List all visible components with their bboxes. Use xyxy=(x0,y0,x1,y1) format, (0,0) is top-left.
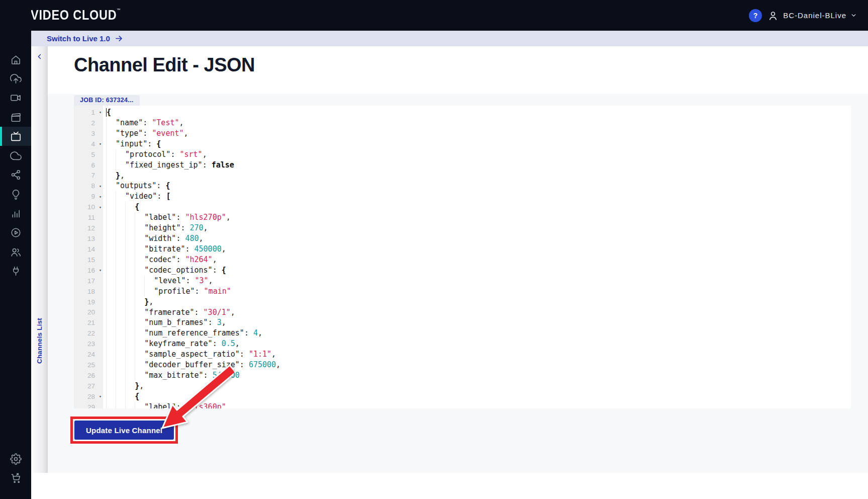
line-number: 15 xyxy=(87,256,95,264)
line-number: 29 xyxy=(87,403,95,408)
sidebar-item-players[interactable] xyxy=(0,223,31,242)
top-bar: VIDEO CLOUD™ ? BC-Daniel-BLive xyxy=(0,0,868,31)
annotation-arrow xyxy=(158,365,234,430)
code-line: 3"type": "event", xyxy=(74,128,851,139)
users-icon xyxy=(10,246,22,258)
code-line: 13"width": 480, xyxy=(74,233,851,244)
sidebar-item-settings[interactable] xyxy=(0,449,31,468)
cloud-icon xyxy=(10,150,22,161)
code-line: 9▾"video": [ xyxy=(74,191,851,202)
code-line: 16▾"codec_options": { xyxy=(74,265,851,276)
code-line: 6"fixed_ingest_ip": false xyxy=(74,160,851,171)
line-number: 9 xyxy=(91,193,95,200)
line-number: 22 xyxy=(87,329,95,337)
fold-arrow-icon[interactable]: ▾ xyxy=(99,205,102,210)
fold-arrow-icon[interactable]: ▾ xyxy=(99,268,102,273)
fold-arrow-icon[interactable]: ▾ xyxy=(99,184,102,189)
line-number: 8 xyxy=(91,182,95,190)
clapperboard-icon xyxy=(10,112,22,123)
sidebar-item-social[interactable] xyxy=(0,165,31,185)
sidebar-item-integrations[interactable] xyxy=(0,262,31,281)
code-line: 5"protocol": "srt", xyxy=(74,149,851,160)
switch-banner: Switch to Live 1.0 xyxy=(31,31,868,46)
fold-arrow-icon[interactable]: ▾ xyxy=(99,194,102,199)
chevron-down-icon xyxy=(850,12,857,19)
switch-to-live-link[interactable]: Switch to Live 1.0 xyxy=(47,31,123,46)
line-number: 17 xyxy=(87,277,95,285)
channels-list-label: Channels List xyxy=(36,317,43,363)
editor-section: JOB ID: 637324... 1▾{2"name": "Test",3"t… xyxy=(48,94,868,473)
code-line: 15"codec": "h264", xyxy=(74,255,851,265)
code-line: 1▾{ xyxy=(74,107,851,118)
code-line: 11"label": "hls270p", xyxy=(74,212,851,223)
collapse-panel-button[interactable] xyxy=(31,53,48,60)
sidebar-item-audience[interactable] xyxy=(0,242,31,262)
line-number: 3 xyxy=(91,130,95,137)
help-button[interactable]: ? xyxy=(749,9,762,22)
code-line: 21"num_b_frames": 3, xyxy=(74,317,851,328)
app-root: VIDEO CLOUD™ ? BC-Daniel-BLive Switch to… xyxy=(0,0,868,499)
main-content: Channel Edit - JSON JOB ID: 637324... 1▾… xyxy=(48,46,868,499)
sidebar-item-upload[interactable] xyxy=(0,69,31,88)
code-line: 18"profile": "main" xyxy=(74,286,851,297)
code-line: 12"height": 270, xyxy=(74,223,851,233)
sidebar-item-live[interactable] xyxy=(0,127,31,146)
line-number: 12 xyxy=(87,224,95,232)
line-number: 19 xyxy=(87,298,95,306)
arrow-right-icon xyxy=(115,34,123,43)
home-icon xyxy=(10,54,22,65)
code-line: 23"keyframe_rate": 0.5, xyxy=(74,339,851,349)
json-editor[interactable]: 1▾{2"name": "Test",3"type": "event",4▾"i… xyxy=(74,106,851,408)
line-number: 18 xyxy=(87,288,95,295)
fold-arrow-icon[interactable]: ▾ xyxy=(99,110,102,115)
upload-cloud-icon xyxy=(10,73,22,85)
account-menu[interactable]: BC-Daniel-BLive xyxy=(767,10,857,22)
fold-arrow-icon[interactable]: ▾ xyxy=(99,394,102,399)
line-number: 7 xyxy=(91,172,95,179)
line-number: 6 xyxy=(91,161,95,169)
plug-icon xyxy=(10,266,22,277)
fold-arrow-icon[interactable]: ▾ xyxy=(99,141,102,146)
line-number: 20 xyxy=(87,308,95,316)
tv-icon xyxy=(10,131,22,142)
code-line: 4▾"input": { xyxy=(74,139,851,149)
video-camera-icon xyxy=(10,92,22,104)
code-line: 14"bitrate": 450000, xyxy=(74,244,851,255)
line-number: 23 xyxy=(87,340,95,348)
bar-chart-icon xyxy=(10,208,22,219)
line-number: 21 xyxy=(87,319,95,326)
gear-icon xyxy=(10,453,22,465)
sidebar-item-media[interactable] xyxy=(0,89,31,108)
share-icon xyxy=(10,169,22,181)
code-line: 2"name": "Test", xyxy=(74,118,851,128)
video-cloud-logo: VIDEO CLOUD™ xyxy=(31,7,121,23)
line-number: 24 xyxy=(87,351,95,358)
sidebar-item-cloud-playout[interactable] xyxy=(0,146,31,165)
code-line: 7}, xyxy=(74,171,851,181)
sidebar xyxy=(0,0,31,499)
line-number: 14 xyxy=(87,245,95,253)
line-number: 25 xyxy=(87,361,95,369)
code-line: 8▾"outputs": { xyxy=(74,181,851,191)
code-line: 22"num_reference_frames": 4, xyxy=(74,328,851,339)
code-line: 10▾{ xyxy=(74,202,851,212)
sidebar-item-interactivity[interactable] xyxy=(0,185,31,204)
line-number: 1 xyxy=(91,109,95,116)
line-number: 11 xyxy=(88,214,95,221)
play-circle-icon xyxy=(10,227,22,238)
user-icon xyxy=(767,10,779,22)
footer-area xyxy=(48,473,868,499)
line-number: 2 xyxy=(91,119,95,127)
interactivity-icon xyxy=(10,189,22,200)
sidebar-item-analytics[interactable] xyxy=(0,204,31,223)
channels-list-panel: Channels List xyxy=(31,46,48,473)
line-number: 26 xyxy=(87,372,95,379)
sidebar-item-marketplace[interactable] xyxy=(0,468,31,487)
trademark: ™ xyxy=(117,8,121,13)
chevron-left-icon xyxy=(36,53,43,60)
sidebar-nav xyxy=(0,50,31,281)
code-line: 17"level": "3", xyxy=(74,276,851,286)
line-number: 28 xyxy=(87,393,95,400)
sidebar-item-home[interactable] xyxy=(0,50,31,69)
sidebar-item-playlists[interactable] xyxy=(0,108,31,127)
